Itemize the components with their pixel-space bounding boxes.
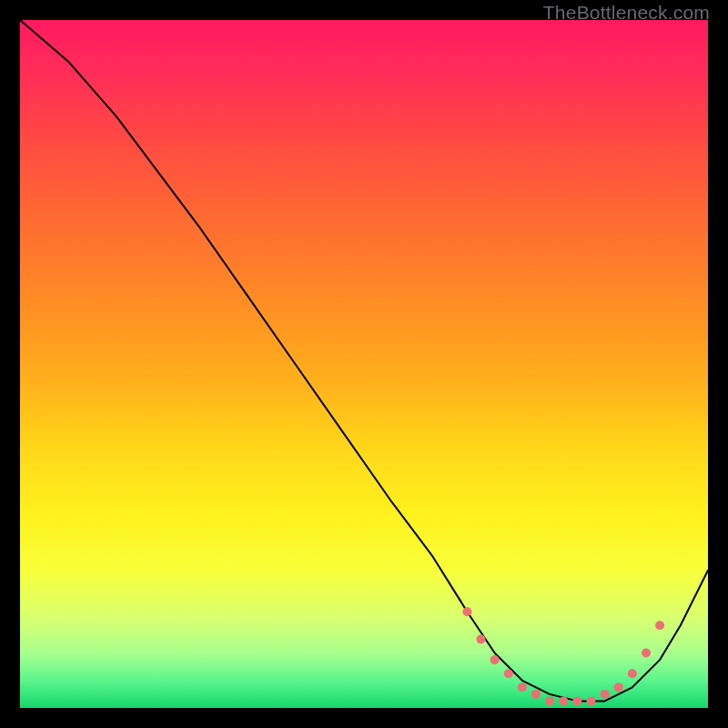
highlight-dot — [628, 669, 637, 678]
chart-stage: TheBottleneck.com — [0, 0, 728, 728]
chart-overlay — [20, 20, 708, 708]
highlight-dot — [518, 682, 527, 692]
highlight-dot — [601, 690, 610, 699]
highlight-dot — [545, 696, 554, 705]
highlight-dot — [587, 696, 596, 705]
highlight-dot — [572, 696, 581, 705]
highlight-dots — [462, 607, 664, 705]
highlight-dot — [490, 655, 500, 664]
highlight-dot — [477, 634, 486, 643]
plot-area — [20, 20, 708, 708]
highlight-dot — [531, 690, 541, 699]
highlight-dot — [559, 696, 568, 705]
highlight-dot — [462, 607, 471, 616]
highlight-dot — [642, 649, 651, 658]
bottleneck-curve — [20, 20, 708, 701]
highlight-dot — [655, 621, 664, 630]
highlight-dot — [614, 682, 623, 692]
highlight-dot — [504, 669, 513, 678]
